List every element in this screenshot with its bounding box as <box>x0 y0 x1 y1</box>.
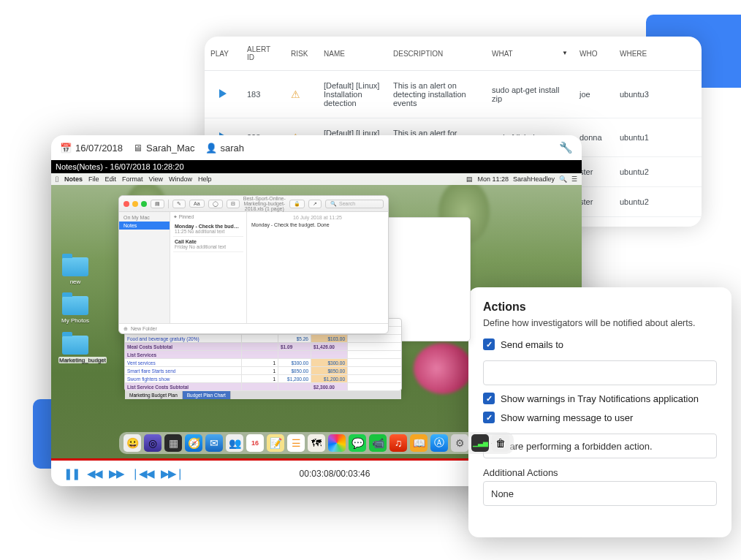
session-date: 📅 16/07/2018 <box>60 143 123 154</box>
checkbox-icon[interactable]: ✓ <box>483 412 495 423</box>
calendar-icon[interactable]: 16 <box>246 434 264 452</box>
table-row[interactable]: 183 ⚠ [Default] [Linux] Installation det… <box>205 71 702 118</box>
maps-icon[interactable]: 🗺 <box>308 434 325 452</box>
username[interactable]: SarahHeadley <box>513 175 555 183</box>
calendar-icon: 📅 <box>60 143 72 154</box>
col-name[interactable]: NAME <box>318 37 387 71</box>
folder-icon <box>62 296 88 315</box>
airplay-icon[interactable]: ▤ <box>466 175 473 183</box>
col-description[interactable]: DESCRIPTION <box>387 37 486 71</box>
checkbox-warning-message[interactable]: ✓ Show warning message to user <box>483 412 717 423</box>
trash-icon[interactable]: 🗑 <box>492 434 509 452</box>
checkbox-icon[interactable]: ✓ <box>483 338 495 350</box>
notes-icon[interactable]: 📝 <box>267 434 284 452</box>
facetime-icon[interactable]: 📹 <box>369 434 387 452</box>
desktop-folder[interactable]: Marketing_budget <box>58 336 92 363</box>
col-risk[interactable]: RISK <box>285 37 318 71</box>
activity-icon[interactable]: ▁▃▅ <box>471 434 489 452</box>
contacts-icon[interactable]: 👥 <box>226 434 243 452</box>
sort-indicator-icon: ▼ <box>562 50 568 56</box>
alerts-header-row: PLAY ALERT ID RISK NAME DESCRIPTION WHAT… <box>205 37 702 71</box>
play-icon[interactable] <box>219 89 227 98</box>
additional-actions-select[interactable] <box>483 481 717 506</box>
rewind-button[interactable]: ◀◀ <box>85 464 104 483</box>
col-where[interactable]: WHERE <box>614 37 702 71</box>
col-play[interactable]: PLAY <box>205 37 241 71</box>
forward-button[interactable]: ▶▶ <box>107 464 126 483</box>
window-controls[interactable] <box>123 201 147 207</box>
menu-item[interactable]: Window <box>169 175 192 183</box>
toolbar-btn[interactable]: ◯ <box>208 200 223 208</box>
list-item[interactable]: Call Kate Friday No additional text <box>173 237 243 252</box>
pause-button[interactable]: ❚❚ <box>61 464 82 483</box>
notes-footer[interactable]: ⊕ New Folder <box>119 323 388 333</box>
cell-what: sudo apt-get install zip <box>486 71 574 118</box>
warning-message-input[interactable] <box>483 434 717 458</box>
notes-window[interactable]: ▤ ✎ Aa ◯ ⊟ Best-Sport-Online-Marketing-b… <box>118 195 389 334</box>
session-user: 👤 sarah <box>205 143 245 154</box>
toolbar-btn[interactable]: ⊟ <box>227 200 240 208</box>
desktop-folder[interactable]: My Photos <box>58 296 92 324</box>
siri-icon[interactable]: ◎ <box>144 434 162 452</box>
toolbar-btn[interactable]: ✎ <box>172 200 186 208</box>
checkbox-send-emails[interactable]: ✓ Send emails to <box>483 338 717 350</box>
col-alert-id[interactable]: ALERT ID <box>241 37 285 71</box>
skip-back-button[interactable]: ❘◀◀ <box>129 464 156 483</box>
desktop-folder[interactable]: new <box>58 257 92 285</box>
additional-actions-label: Additional Actions <box>483 467 717 478</box>
checkbox-label: Send emails to <box>501 339 563 350</box>
menu-icon[interactable]: ☰ <box>571 175 577 183</box>
finder-icon[interactable]: 😀 <box>123 434 141 452</box>
cell-where: ubuntu1 <box>614 118 702 157</box>
toolbar-btn[interactable]: 🔒 <box>289 200 305 208</box>
safari-icon[interactable]: 🧭 <box>185 434 202 452</box>
search-input[interactable]: 🔍 Search <box>325 200 384 208</box>
col-who[interactable]: WHO <box>574 37 614 71</box>
menu-item[interactable]: Edit <box>105 175 117 183</box>
maximize-icon[interactable] <box>141 201 147 207</box>
mail-icon[interactable]: ✉ <box>205 434 223 452</box>
apple-icon[interactable]:  <box>56 175 58 183</box>
photos-icon[interactable] <box>328 434 346 452</box>
ibooks-icon[interactable]: 📖 <box>410 434 428 452</box>
session-user-value: sarah <box>221 143 245 154</box>
cell: List Service Costs Subtotal <box>125 383 242 390</box>
notes-list: ✦ Pinned Monday - Check the bud… 11:25 N… <box>170 212 247 323</box>
pinned-label: ✦ Pinned <box>173 214 243 220</box>
close-icon[interactable] <box>123 201 129 207</box>
app-name[interactable]: Notes <box>64 175 83 183</box>
itunes-icon[interactable]: ♫ <box>390 434 407 452</box>
preferences-icon[interactable]: ⚙ <box>451 434 468 452</box>
spotlight-icon[interactable]: 🔍 <box>559 175 567 183</box>
emails-input[interactable] <box>483 360 717 385</box>
cell: $850.00 <box>278 367 311 374</box>
notes-editor[interactable]: 16 July 2018 at 11:25 Monday - Check the… <box>247 212 388 323</box>
reminders-icon[interactable]: ☰ <box>287 434 305 452</box>
toolbar-btn[interactable]: Aa <box>189 200 205 208</box>
menu-item[interactable]: Help <box>198 175 212 183</box>
menu-item[interactable]: View <box>149 175 163 183</box>
appstore-icon[interactable]: Ⓐ <box>430 434 448 452</box>
minimize-icon[interactable] <box>132 201 138 207</box>
cell: Smart flare Starts send <box>125 367 242 374</box>
launchpad-icon[interactable]: ▦ <box>164 434 182 452</box>
menu-item[interactable]: Format <box>122 175 143 183</box>
cell: $5.26 <box>278 335 311 342</box>
checkbox-icon[interactable]: ✓ <box>483 393 495 404</box>
toolbar-btn[interactable]: ▤ <box>151 200 164 208</box>
sheet-tab-active[interactable]: Budget Plan Chart <box>183 391 231 399</box>
session-date-value: 16/07/2018 <box>75 143 123 154</box>
messages-icon[interactable]: 💬 <box>349 434 366 452</box>
settings-icon[interactable]: 🔧 <box>559 141 573 154</box>
cell: $1,200.00 <box>311 375 348 382</box>
toolbar-btn[interactable]: ↗ <box>308 200 322 208</box>
skip-forward-button[interactable]: ▶▶❘ <box>159 464 186 483</box>
add-icon[interactable]: ⊕ <box>123 326 128 332</box>
col-what[interactable]: WHAT▼ <box>486 37 574 71</box>
checkbox-tray[interactable]: ✓ Show warnings in Tray Notifications ap… <box>483 393 717 404</box>
menu-item[interactable]: File <box>88 175 99 183</box>
sidebar-item-notes[interactable]: Notes <box>119 222 170 230</box>
cell: Food and beverage gratuity (20%) <box>125 335 242 342</box>
list-item[interactable]: Monday - Check the bud… 11:25 No additio… <box>173 222 243 237</box>
sheet-tab[interactable]: Marketing Budget Plan <box>125 391 183 399</box>
